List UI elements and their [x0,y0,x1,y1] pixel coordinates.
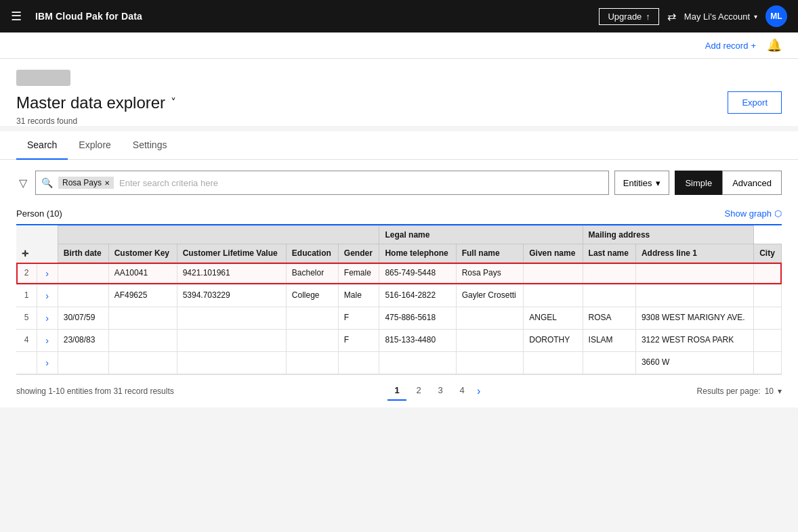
results-per-page-chevron-icon: ▾ [778,386,782,396]
simple-mode-button[interactable]: Simple [675,171,722,195]
cell-address-line-1 [635,284,753,307]
cell-gender [338,351,379,374]
show-graph-icon: ⬡ [774,208,782,219]
col-header-education: Education [286,244,338,263]
tab-search[interactable]: Search [16,131,68,160]
col-header-given-name: Given name [524,244,583,263]
cell-expand[interactable]: › [37,329,58,351]
cell-address-line-1: 9308 WEST MARIGNY AVE. [635,307,753,329]
sub-header: Add record + 🔔 [0,32,798,59]
table-row[interactable]: 1›AF496255394.703229CollegeMale516-164-2… [16,284,782,307]
cell-row-num [16,351,37,374]
add-record-link[interactable]: Add record + [705,41,756,51]
cell-education [286,351,338,374]
pagination-bar: showing 1-10 entities from 31 record res… [16,374,782,407]
search-input-wrapper[interactable]: 🔍 Rosa Pays ✕ Enter search criteria here [35,171,609,195]
show-graph-link[interactable]: Show graph ⬡ [725,208,782,219]
main-tabs: Search Explore Settings [0,131,798,160]
cell-gender: Female [338,263,379,285]
cell-city [754,307,782,329]
tab-settings[interactable]: Settings [122,131,178,160]
expand-row-button[interactable]: › [43,335,51,346]
page-3[interactable]: 3 [431,382,450,401]
cell-customer-key: AF49625 [108,284,177,307]
col-header-birth-date: Birth date [58,244,108,263]
cell-birth-date [58,263,108,285]
notification-bell-icon[interactable]: 🔔 [767,38,782,53]
search-placeholder[interactable]: Enter search criteria here [119,178,218,188]
data-table: Legal name Mailing address ✛ Birth date … [16,225,782,374]
account-menu[interactable]: May Li's Account ▾ [684,12,757,22]
expand-row-button[interactable]: › [43,268,51,279]
cell-expand[interactable]: › [37,351,58,374]
col-header-home-telephone: Home telephone [379,244,456,263]
results-section: Person (10) Show graph ⬡ Legal name Mail… [16,203,782,374]
upgrade-button[interactable]: Upgrade ↑ [599,8,658,25]
col-header-full-name: Full name [456,244,524,263]
cell-education [286,329,338,351]
search-tag-value: Rosa Pays [62,178,102,187]
cell-customer-lifetime-value: 9421.101961 [177,263,286,285]
empty-group-header [16,226,58,244]
page-1[interactable]: 1 [387,382,406,401]
cell-full-name: Rosa Pays [456,263,524,285]
col-header-last-name: Last name [583,244,635,263]
cell-city [754,329,782,351]
cell-expand[interactable]: › [37,307,58,329]
cell-customer-lifetime-value [177,351,286,374]
cell-expand[interactable]: › [37,284,58,307]
pagination-info: showing 1-10 entities from 31 record res… [16,386,174,396]
cell-last-name [583,284,635,307]
data-table-wrapper[interactable]: Legal name Mailing address ✛ Birth date … [16,225,782,374]
table-row[interactable]: 5›30/07/59F475-886-5618ANGELROSA9308 WES… [16,307,782,329]
expand-row-button[interactable]: › [43,313,51,324]
avatar[interactable]: ML [765,5,787,27]
cell-address-line-1: 3122 WEST ROSA PARK [635,329,753,351]
transfer-icon[interactable]: ⇄ [667,10,676,23]
cell-customer-lifetime-value: 5394.703229 [177,284,286,307]
upgrade-label: Upgrade [608,12,642,22]
cell-expand[interactable]: › [37,263,58,285]
search-tag-remove-icon[interactable]: ✕ [104,179,110,187]
table-row[interactable]: 2›AA100419421.101961BachelorFemale865-74… [16,263,782,285]
cell-home-telephone: 815-133-4480 [379,329,456,351]
legal-name-group-header: Legal name [379,226,583,244]
tab-explore[interactable]: Explore [68,131,121,160]
cell-birth-date: 30/07/59 [58,307,108,329]
cell-full-name [456,329,524,351]
cell-address-line-1 [635,263,753,285]
results-header: Person (10) Show graph ⬡ [16,203,782,225]
main-content: ▽ 🔍 Rosa Pays ✕ Enter search criteria he… [0,160,798,407]
page-next-icon[interactable]: › [474,385,483,397]
account-chevron-icon: ▾ [754,13,757,20]
expand-row-button[interactable]: › [43,357,51,368]
sub-header-actions: Add record + 🔔 [705,38,782,53]
search-magnify-icon: 🔍 [41,177,53,188]
base-fields-header [58,226,379,244]
expand-row-button[interactable]: › [43,290,51,301]
brand-name: IBM Cloud Pak for Data [35,11,591,22]
cell-full-name [456,351,524,374]
cell-customer-lifetime-value [177,307,286,329]
cell-gender: Male [338,284,379,307]
cell-customer-key: AA10041 [108,263,177,285]
col-header-drag: ✛ [16,244,37,263]
page-title-chevron-icon[interactable]: ˅ [171,96,176,109]
cell-education: Bachelor [286,263,338,285]
table-body: 2›AA100419421.101961BachelorFemale865-74… [16,263,782,374]
top-navigation: ☰ IBM Cloud Pak for Data Upgrade ↑ ⇄ May… [0,0,798,32]
filter-icon-button[interactable]: ▽ [16,174,30,192]
sub-header-top: Add record + 🔔 [16,38,782,58]
page-2[interactable]: 2 [409,382,428,401]
page-4[interactable]: 4 [453,382,471,401]
export-button[interactable]: Export [728,91,782,114]
col-header-expand [37,244,58,263]
entities-dropdown-button[interactable]: Entities ▾ [614,171,670,195]
table-row[interactable]: 4›23/08/83F815-133-4480DOROTHYISLAM3122 … [16,329,782,351]
cell-last-name: ROSA [583,307,635,329]
cell-home-telephone: 865-749-5448 [379,263,456,285]
table-row[interactable]: ›3660 W [16,351,782,374]
advanced-mode-button[interactable]: Advanced [722,171,782,195]
cell-address-line-1: 3660 W [635,351,753,374]
hamburger-menu-icon[interactable]: ☰ [11,9,22,24]
